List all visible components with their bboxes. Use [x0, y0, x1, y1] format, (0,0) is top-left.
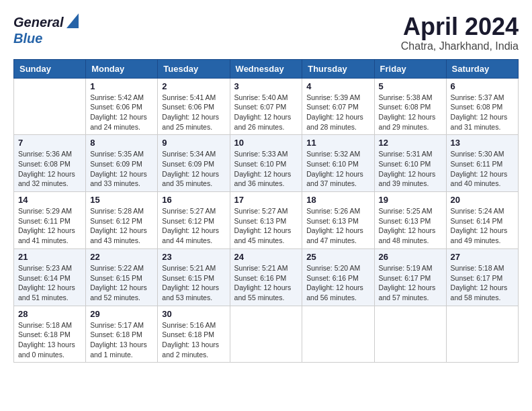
day-number: 21: [18, 252, 81, 262]
day-number: 10: [234, 138, 298, 148]
day-info: Sunrise: 5:21 AM Sunset: 6:15 PM Dayligh…: [162, 263, 225, 303]
calendar-cell: 16Sunrise: 5:27 AM Sunset: 6:12 PM Dayli…: [158, 192, 230, 249]
title-block: April 2024 Chatra, Jharkhand, India: [401, 13, 519, 52]
day-number: 9: [162, 138, 225, 148]
weekday-header-monday: Monday: [86, 59, 158, 78]
calendar-cell: 21Sunrise: 5:23 AM Sunset: 6:14 PM Dayli…: [14, 248, 86, 306]
calendar-cell: 12Sunrise: 5:31 AM Sunset: 6:10 PM Dayli…: [374, 135, 446, 192]
calendar-cell: 10Sunrise: 5:33 AM Sunset: 6:10 PM Dayli…: [230, 135, 302, 192]
calendar-cell: 7Sunrise: 5:36 AM Sunset: 6:08 PM Daylig…: [14, 135, 86, 192]
day-info: Sunrise: 5:18 AM Sunset: 6:18 PM Dayligh…: [18, 320, 81, 360]
calendar-cell: 27Sunrise: 5:18 AM Sunset: 6:17 PM Dayli…: [446, 248, 518, 306]
day-number: 5: [379, 81, 442, 91]
day-number: 12: [379, 138, 442, 148]
calendar-week-row: 28Sunrise: 5:18 AM Sunset: 6:18 PM Dayli…: [14, 306, 519, 363]
day-number: 14: [18, 195, 81, 205]
day-info: Sunrise: 5:36 AM Sunset: 6:08 PM Dayligh…: [18, 149, 81, 189]
day-number: 26: [379, 252, 442, 262]
weekday-header-sunday: Sunday: [14, 59, 86, 78]
day-number: 24: [234, 252, 298, 262]
weekday-header-friday: Friday: [374, 59, 446, 78]
day-info: Sunrise: 5:26 AM Sunset: 6:13 PM Dayligh…: [306, 206, 369, 246]
calendar-cell: 3Sunrise: 5:40 AM Sunset: 6:07 PM Daylig…: [230, 78, 302, 135]
day-info: Sunrise: 5:27 AM Sunset: 6:12 PM Dayligh…: [162, 206, 225, 246]
day-info: Sunrise: 5:27 AM Sunset: 6:13 PM Dayligh…: [234, 206, 298, 246]
weekday-header-wednesday: Wednesday: [230, 59, 302, 78]
calendar-cell: 4Sunrise: 5:39 AM Sunset: 6:07 PM Daylig…: [302, 78, 374, 135]
day-number: 1: [90, 81, 153, 91]
calendar-cell: 28Sunrise: 5:18 AM Sunset: 6:18 PM Dayli…: [14, 306, 86, 363]
calendar-cell: 14Sunrise: 5:29 AM Sunset: 6:11 PM Dayli…: [14, 192, 86, 249]
calendar-cell: 24Sunrise: 5:21 AM Sunset: 6:16 PM Dayli…: [230, 248, 302, 306]
day-info: Sunrise: 5:19 AM Sunset: 6:17 PM Dayligh…: [379, 263, 442, 303]
day-number: 6: [451, 81, 514, 91]
calendar-cell: 23Sunrise: 5:21 AM Sunset: 6:15 PM Dayli…: [158, 248, 230, 306]
day-info: Sunrise: 5:39 AM Sunset: 6:07 PM Dayligh…: [306, 93, 369, 132]
day-number: 27: [451, 252, 514, 262]
calendar-cell: 2Sunrise: 5:41 AM Sunset: 6:06 PM Daylig…: [158, 78, 230, 135]
day-info: Sunrise: 5:28 AM Sunset: 6:12 PM Dayligh…: [90, 206, 153, 246]
day-number: 15: [90, 195, 153, 205]
calendar-cell: 5Sunrise: 5:38 AM Sunset: 6:08 PM Daylig…: [374, 78, 446, 135]
day-number: 16: [162, 195, 225, 205]
calendar-cell: 30Sunrise: 5:16 AM Sunset: 6:18 PM Dayli…: [158, 306, 230, 363]
day-info: Sunrise: 5:30 AM Sunset: 6:11 PM Dayligh…: [451, 149, 514, 189]
day-info: Sunrise: 5:17 AM Sunset: 6:18 PM Dayligh…: [90, 320, 153, 360]
day-info: Sunrise: 5:42 AM Sunset: 6:06 PM Dayligh…: [90, 93, 153, 132]
weekday-header-thursday: Thursday: [302, 59, 374, 78]
day-info: Sunrise: 5:22 AM Sunset: 6:15 PM Dayligh…: [90, 263, 153, 303]
weekday-header-row: SundayMondayTuesdayWednesdayThursdayFrid…: [14, 59, 519, 78]
day-number: 2: [162, 81, 225, 91]
day-info: Sunrise: 5:32 AM Sunset: 6:10 PM Dayligh…: [306, 149, 369, 189]
page-header: General Blue April 2024 Chatra, Jharkhan…: [13, 13, 519, 52]
calendar-cell: [230, 306, 302, 363]
day-number: 8: [90, 138, 153, 148]
day-info: Sunrise: 5:33 AM Sunset: 6:10 PM Dayligh…: [234, 149, 298, 189]
calendar-cell: [302, 306, 374, 363]
calendar-cell: 9Sunrise: 5:34 AM Sunset: 6:09 PM Daylig…: [158, 135, 230, 192]
day-number: 13: [451, 138, 514, 148]
calendar-cell: 18Sunrise: 5:26 AM Sunset: 6:13 PM Dayli…: [302, 192, 374, 249]
day-info: Sunrise: 5:38 AM Sunset: 6:08 PM Dayligh…: [379, 93, 442, 132]
calendar-cell: 15Sunrise: 5:28 AM Sunset: 6:12 PM Dayli…: [86, 192, 158, 249]
day-info: Sunrise: 5:24 AM Sunset: 6:14 PM Dayligh…: [451, 206, 514, 246]
day-number: 22: [90, 252, 153, 262]
day-number: 7: [18, 138, 81, 148]
calendar-cell: 11Sunrise: 5:32 AM Sunset: 6:10 PM Dayli…: [302, 135, 374, 192]
day-number: 20: [451, 195, 514, 205]
logo-general-text: General: [13, 15, 63, 30]
day-info: Sunrise: 5:41 AM Sunset: 6:06 PM Dayligh…: [162, 93, 225, 132]
day-info: Sunrise: 5:23 AM Sunset: 6:14 PM Dayligh…: [18, 263, 81, 303]
calendar-cell: 26Sunrise: 5:19 AM Sunset: 6:17 PM Dayli…: [374, 248, 446, 306]
day-number: 23: [162, 252, 225, 262]
calendar-cell: 19Sunrise: 5:25 AM Sunset: 6:13 PM Dayli…: [374, 192, 446, 249]
calendar-cell: 22Sunrise: 5:22 AM Sunset: 6:15 PM Dayli…: [86, 248, 158, 306]
day-number: 29: [90, 309, 153, 319]
calendar-cell: [14, 78, 86, 135]
day-info: Sunrise: 5:16 AM Sunset: 6:18 PM Dayligh…: [162, 320, 225, 360]
logo: General Blue: [13, 13, 79, 46]
calendar-cell: 13Sunrise: 5:30 AM Sunset: 6:11 PM Dayli…: [446, 135, 518, 192]
day-info: Sunrise: 5:21 AM Sunset: 6:16 PM Dayligh…: [234, 263, 298, 303]
day-info: Sunrise: 5:31 AM Sunset: 6:10 PM Dayligh…: [379, 149, 442, 189]
calendar-cell: 6Sunrise: 5:37 AM Sunset: 6:08 PM Daylig…: [446, 78, 518, 135]
weekday-header-saturday: Saturday: [446, 59, 518, 78]
calendar-table: SundayMondayTuesdayWednesdayThursdayFrid…: [13, 59, 519, 363]
weekday-header-tuesday: Tuesday: [158, 59, 230, 78]
day-number: 17: [234, 195, 298, 205]
svg-marker-0: [66, 13, 79, 28]
day-number: 25: [306, 252, 369, 262]
logo-blue-text: Blue: [13, 31, 42, 46]
calendar-week-row: 7Sunrise: 5:36 AM Sunset: 6:08 PM Daylig…: [14, 135, 519, 192]
day-info: Sunrise: 5:37 AM Sunset: 6:08 PM Dayligh…: [451, 93, 514, 132]
calendar-week-row: 14Sunrise: 5:29 AM Sunset: 6:11 PM Dayli…: [14, 192, 519, 249]
day-info: Sunrise: 5:34 AM Sunset: 6:09 PM Dayligh…: [162, 149, 225, 189]
day-info: Sunrise: 5:40 AM Sunset: 6:07 PM Dayligh…: [234, 93, 298, 132]
day-info: Sunrise: 5:20 AM Sunset: 6:16 PM Dayligh…: [306, 263, 369, 303]
day-number: 19: [379, 195, 442, 205]
day-number: 18: [306, 195, 369, 205]
calendar-cell: [374, 306, 446, 363]
day-number: 11: [306, 138, 369, 148]
calendar-cell: 20Sunrise: 5:24 AM Sunset: 6:14 PM Dayli…: [446, 192, 518, 249]
calendar-week-row: 1Sunrise: 5:42 AM Sunset: 6:06 PM Daylig…: [14, 78, 519, 135]
